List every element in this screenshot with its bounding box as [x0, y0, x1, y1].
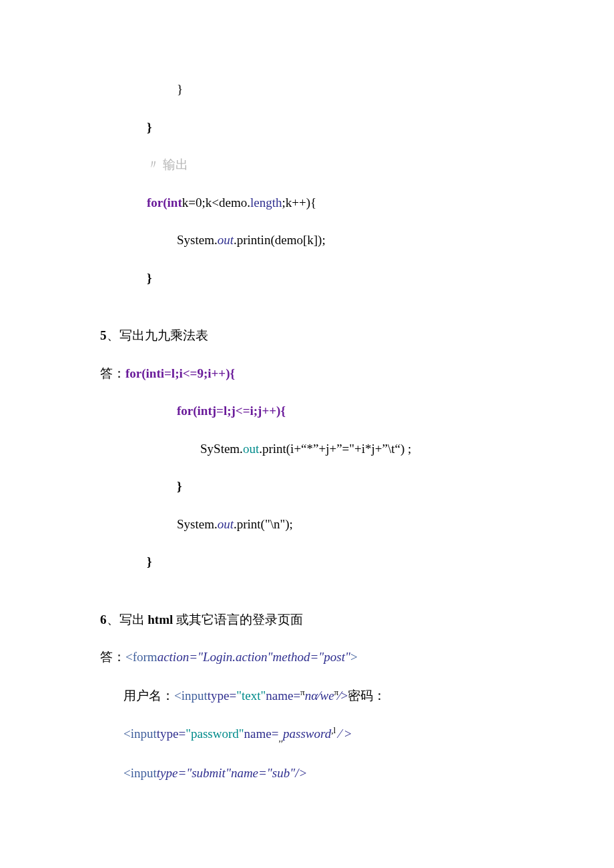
attr: name=	[266, 689, 300, 703]
code-comment: 〃 输出	[100, 155, 514, 175]
code-for: for(inti=l;i<=9;i++){	[125, 366, 235, 380]
brace-text: }	[177, 479, 182, 493]
attr: name=	[244, 727, 279, 741]
code: .print("\n");	[234, 517, 293, 531]
brace: }	[100, 269, 514, 288]
code-line: 用户名：<inputtype="text"name=πnα⁄weπ∕>密码：	[100, 686, 514, 706]
answer-label: 答：	[100, 650, 125, 664]
attr: type=	[157, 727, 186, 741]
answer-label: 答：	[100, 366, 125, 380]
tag-input: <input	[123, 727, 157, 741]
member-out: out	[243, 442, 259, 456]
code: SyStem.	[200, 442, 243, 456]
keyword-for: for(int	[147, 195, 182, 209]
attrs: type="submit"name="sub"/>	[157, 766, 308, 780]
question-5: 5、写出九九乘法表	[100, 326, 514, 346]
q-number: 5	[100, 328, 107, 342]
code-line: System.out.print("\n");	[100, 515, 514, 534]
code-line: for(intj=l;j<=i;j++){	[100, 402, 514, 421]
html-word: html	[147, 612, 176, 626]
brace: }	[100, 477, 514, 496]
punct: 、	[107, 612, 119, 626]
code-line: for(intk=0;k<demo.length;k++){	[100, 193, 514, 213]
code: .printin(demo[k]);	[234, 233, 326, 247]
attr-val: password	[283, 727, 331, 741]
code-line: System.out.printin(demo[k]);	[100, 231, 514, 250]
comment-text: 输出	[163, 157, 188, 171]
attr: type=	[208, 689, 236, 703]
punct: 、	[107, 328, 119, 342]
brace-text: }	[147, 271, 152, 285]
q-text: 或其它语言的登录页面	[176, 612, 303, 626]
code-line: SyStem.out.print(i+“*”+j+”="+i*j+”\t“) ;	[100, 440, 514, 459]
code-line: <inputtype="submit"name="sub"/>	[100, 764, 514, 783]
spacer	[100, 590, 514, 610]
code: ;k++){	[282, 195, 316, 209]
tag-form: <form	[125, 650, 158, 664]
code: .print(i+“*”+j+”="+i*j+”\t“) ;	[259, 442, 411, 456]
attrs: action="Login.action"method="post"	[158, 650, 350, 664]
brace: }	[147, 120, 152, 134]
member-length: length	[250, 195, 282, 209]
attr-val: "password"	[186, 727, 244, 741]
document-page: } } 〃 输出 for(intk=0;k<demo.length;k++){ …	[0, 0, 614, 855]
tag-input: <input	[174, 689, 208, 703]
sup: π	[300, 687, 305, 697]
member-out: out	[218, 517, 234, 531]
label-username: 用户名：	[123, 689, 174, 703]
tag-close: >	[350, 650, 358, 664]
spacer	[100, 306, 514, 326]
label-password: 密码：	[348, 689, 386, 703]
attr-val: nα⁄we	[305, 689, 334, 703]
q-text: 写出	[119, 612, 148, 626]
code: k=0;k<demo.	[182, 195, 250, 209]
attr-val: "text"	[236, 689, 266, 703]
code: System.	[177, 517, 218, 531]
brace: }	[177, 82, 183, 96]
brace-text: }	[147, 554, 152, 568]
q-text: 写出九九乘法表	[119, 328, 208, 342]
code: System.	[177, 233, 218, 247]
member-out: out	[218, 233, 234, 247]
code-for: for(intj=l;j<=i;j++){	[177, 404, 286, 418]
code-line: <inputtype="password"name=,,password,l ∕…	[100, 724, 514, 745]
brace: }	[100, 552, 514, 572]
comment-mark: 〃	[147, 157, 160, 171]
tag-close: ∕>	[338, 689, 348, 703]
code-line: }	[100, 118, 514, 137]
answer-6: 答：<formaction="Login.action"method="post…	[100, 648, 514, 667]
tag-close: ∕ >	[336, 727, 351, 741]
tag-input: <input	[123, 766, 157, 780]
question-6: 6、写出 html 或其它语言的登录页面	[100, 610, 514, 630]
code-line: }	[100, 80, 514, 99]
q-number: 6	[100, 612, 107, 626]
answer-5: 答：for(inti=l;i<=9;i++){	[100, 364, 514, 384]
